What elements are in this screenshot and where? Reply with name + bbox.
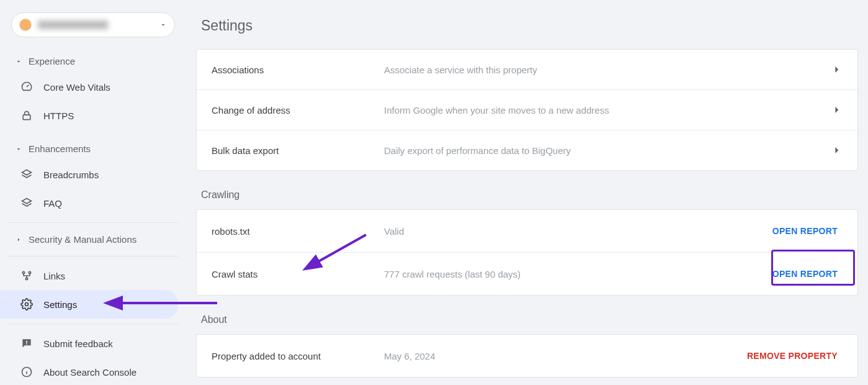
section-label-crawling: Crawling xyxy=(201,189,858,201)
row-description: Inform Google when your site moves to a … xyxy=(384,105,830,116)
divider xyxy=(7,256,179,256)
property-favicon xyxy=(19,19,32,31)
row-robots-txt: robots.txt Valid OPEN REPORT xyxy=(197,210,857,252)
row-title: Bulk data export xyxy=(212,145,384,156)
open-report-button[interactable]: OPEN REPORT xyxy=(767,224,843,238)
about-card: Property added to account May 6, 2024 RE… xyxy=(196,334,858,378)
speedometer-icon xyxy=(20,80,34,94)
sidebar-item-core-web-vitals[interactable]: Core Web Vitals xyxy=(7,73,179,101)
sidebar-section-security[interactable]: Security & Manual Actions xyxy=(7,228,179,251)
row-title: robots.txt xyxy=(212,226,384,237)
crawling-card: robots.txt Valid OPEN REPORT Crawl stats… xyxy=(196,209,858,296)
row-description: May 6, 2024 xyxy=(384,351,742,361)
row-title: Crawl stats xyxy=(212,269,384,279)
svg-point-4 xyxy=(25,303,29,306)
sidebar-item-label: Breadcrumbs xyxy=(43,170,99,180)
chevron-right-icon xyxy=(15,236,22,243)
sidebar-section-experience[interactable]: Experience xyxy=(7,50,179,73)
row-property-added: Property added to account May 6, 2024 RE… xyxy=(197,335,857,377)
sidebar-item-label: Settings xyxy=(43,299,77,310)
divider xyxy=(7,222,179,223)
open-report-button[interactable]: OPEN REPORT xyxy=(767,266,843,281)
row-description: Daily export of performance data to BigQ… xyxy=(384,145,830,156)
sidebar-item-about[interactable]: About Search Console xyxy=(7,358,179,385)
layers-icon xyxy=(20,168,34,181)
svg-rect-0 xyxy=(23,115,30,120)
sidebar-item-breadcrumbs[interactable]: Breadcrumbs xyxy=(7,160,179,189)
sidebar-item-label: FAQ xyxy=(43,198,62,209)
row-description: Associate a service with this property xyxy=(384,65,830,75)
remove-property-button[interactable]: REMOVE PROPERTY xyxy=(742,348,843,363)
info-icon xyxy=(20,365,34,379)
general-settings-card: Associations Associate a service with th… xyxy=(196,49,858,171)
page-title: Settings xyxy=(201,17,858,34)
gear-icon xyxy=(20,297,34,311)
svg-point-3 xyxy=(25,278,27,279)
row-description: Valid xyxy=(384,226,767,237)
svg-rect-6 xyxy=(26,343,27,345)
links-icon xyxy=(20,269,34,283)
main-content: Settings Associations Associate a servic… xyxy=(186,0,868,385)
sidebar-item-faq[interactable]: FAQ xyxy=(7,189,179,217)
lock-icon xyxy=(20,109,34,122)
sidebar-section-label: Enhancements xyxy=(29,143,91,154)
row-associations[interactable]: Associations Associate a service with th… xyxy=(197,50,857,89)
property-name-blurred xyxy=(38,20,154,29)
row-title: Property added to account xyxy=(212,351,384,361)
sidebar-section-label: Experience xyxy=(29,56,75,66)
chevron-down-icon xyxy=(15,145,22,153)
row-description: 777 crawl requests (last 90 days) xyxy=(384,269,767,279)
section-label-about: About xyxy=(201,314,858,325)
sidebar-section-label: Security & Manual Actions xyxy=(29,234,136,245)
sidebar-item-links[interactable]: Links xyxy=(7,261,179,290)
svg-rect-5 xyxy=(26,341,27,343)
sidebar: Experience Core Web Vitals HTTPS Enhance… xyxy=(0,0,186,385)
divider xyxy=(7,324,179,324)
svg-point-2 xyxy=(29,271,30,273)
layers-icon xyxy=(20,196,34,210)
svg-point-1 xyxy=(22,271,24,273)
caret-down-icon xyxy=(159,21,167,29)
chevron-right-icon[interactable] xyxy=(830,104,843,116)
sidebar-item-label: Links xyxy=(43,271,65,281)
chevron-down-icon xyxy=(15,58,22,65)
sidebar-item-label: Core Web Vitals xyxy=(43,82,110,93)
sidebar-section-enhancements[interactable]: Enhancements xyxy=(7,137,179,160)
row-bulk-export[interactable]: Bulk data export Daily export of perform… xyxy=(197,130,857,170)
chevron-right-icon[interactable] xyxy=(830,63,843,76)
feedback-icon xyxy=(20,337,34,350)
row-crawl-stats: Crawl stats 777 crawl requests (last 90 … xyxy=(197,252,857,295)
row-title: Change of address xyxy=(212,105,384,116)
sidebar-item-https[interactable]: HTTPS xyxy=(7,101,179,130)
row-change-address[interactable]: Change of address Inform Google when you… xyxy=(197,89,857,130)
sidebar-item-label: HTTPS xyxy=(43,111,74,121)
sidebar-item-submit-feedback[interactable]: Submit feedback xyxy=(7,329,179,358)
property-selector[interactable] xyxy=(11,12,175,37)
sidebar-item-label: About Search Console xyxy=(43,367,136,378)
row-title: Associations xyxy=(212,65,384,75)
sidebar-item-label: Submit feedback xyxy=(43,338,113,349)
chevron-right-icon[interactable] xyxy=(830,144,843,156)
sidebar-item-settings[interactable]: Settings xyxy=(0,290,179,319)
